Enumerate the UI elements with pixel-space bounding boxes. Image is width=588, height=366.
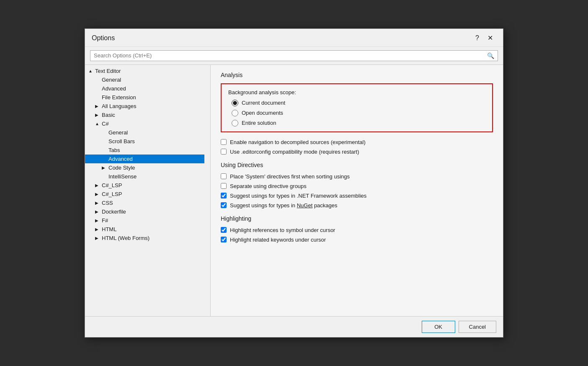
tree-label-tabs: Tabs	[108, 147, 120, 153]
tree-item-code-style[interactable]: ▶Code Style	[85, 163, 204, 172]
highlighting-checkboxes: Highlight references to symbol under cur…	[221, 227, 493, 243]
tree-item-html-webforms[interactable]: ▶HTML (Web Forms)	[85, 234, 204, 242]
footer: OK Cancel	[85, 316, 503, 337]
tree-label-text-editor: Text Editor	[95, 68, 121, 74]
tree-item-css[interactable]: ▶CSS	[85, 198, 204, 207]
checkbox-row-suggest-net: Suggest usings for types in .NET Framewo…	[221, 193, 493, 199]
tree-container: ▲Text EditorGeneralAdvancedFile Extensio…	[85, 67, 210, 242]
arrow-icon-csharp-lsp2: ▶	[95, 192, 100, 196]
radio-label-current-doc: Current document	[242, 100, 285, 106]
checkbox-row-highlight-keywords: Highlight related keywords under cursor	[221, 237, 493, 243]
cancel-button[interactable]: Cancel	[459, 321, 496, 333]
tree-label-file-extension: File Extension	[102, 94, 136, 101]
tree-label-csharp-general: General	[108, 129, 128, 136]
checkbox-label-system-first: Place 'System' directives first when sor…	[230, 173, 350, 180]
highlighting-section: Highlighting Highlight references to sym…	[221, 215, 493, 243]
tree-label-html-webforms: HTML (Web Forms)	[102, 235, 150, 241]
tree-item-html[interactable]: ▶HTML	[85, 225, 204, 234]
checkbox-row-system-first: Place 'System' directives first when sor…	[221, 173, 493, 180]
radio-open-docs[interactable]	[232, 110, 238, 116]
checkbox-label-separate-groups: Separate using directive groups	[230, 183, 307, 189]
arrow-icon-basic: ▶	[95, 113, 100, 117]
tree-label-advanced: Advanced	[108, 156, 133, 162]
checkbox-row-highlight-refs: Highlight references to symbol under cur…	[221, 227, 493, 233]
checkbox-editorconfig[interactable]	[221, 149, 227, 155]
tree-item-csharp-lsp2[interactable]: ▶C#_LSP	[85, 190, 204, 198]
checkbox-separate-groups[interactable]	[221, 183, 227, 189]
checkbox-label-highlight-keywords: Highlight related keywords under cursor	[230, 237, 326, 243]
checkbox-label-suggest-nuget: Suggest usings for types in NuGet packag…	[230, 202, 338, 209]
analysis-title: Analysis	[221, 72, 493, 78]
tree-label-basic: Basic	[102, 112, 115, 118]
arrow-icon-text-editor: ▲	[88, 69, 93, 73]
checkbox-system-first[interactable]	[221, 173, 227, 179]
tree-item-general[interactable]: General	[85, 75, 204, 84]
tree-label-css: CSS	[102, 200, 113, 206]
arrow-icon-html-webforms: ▶	[95, 236, 100, 240]
tree-label-fsharp: F#	[102, 217, 108, 224]
right-panel: Analysis Background analysis scope: Curr…	[211, 65, 503, 316]
tree-item-text-editor[interactable]: ▲Text Editor	[85, 67, 204, 75]
tree-label-csharp-lsp1: C#_LSP	[102, 182, 122, 188]
tree-label-scroll-bars: Scroll Bars	[108, 138, 135, 144]
ok-button[interactable]: OK	[422, 321, 455, 333]
tree-item-intellisense[interactable]: IntelliSense	[85, 172, 204, 181]
checkbox-row-nav-decompiled: Enable navigation to decompiled sources …	[221, 139, 493, 145]
checkbox-label-editorconfig: Use .editorconfig compatibility mode (re…	[230, 149, 359, 155]
arrow-icon-fsharp: ▶	[95, 218, 100, 223]
analysis-checkboxes: Enable navigation to decompiled sources …	[221, 139, 493, 155]
radio-row-current-doc: Current document	[232, 100, 485, 106]
radio-label-open-docs: Open documents	[242, 110, 283, 116]
radio-label-entire-solution: Entire solution	[242, 120, 276, 126]
tree-label-csharp-lsp2: C#_LSP	[102, 191, 122, 197]
tree-item-tabs[interactable]: Tabs	[85, 146, 204, 155]
search-icon: 🔍	[487, 52, 494, 59]
help-button[interactable]: ?	[472, 33, 482, 43]
options-dialog: Options ? ✕ 🔍 ▲Text EditorGeneralAdvance…	[85, 28, 503, 337]
search-input[interactable]	[94, 52, 487, 59]
tree-label-all-languages: All Languages	[102, 103, 136, 109]
arrow-icon-csharp: ▲	[95, 121, 100, 126]
tree-item-csharp-general[interactable]: General	[85, 128, 204, 137]
tree-label-dockerfile: Dockerfile	[102, 209, 126, 215]
checkbox-row-editorconfig: Use .editorconfig compatibility mode (re…	[221, 149, 493, 155]
radio-entire-solution[interactable]	[232, 120, 238, 126]
checkbox-label-highlight-refs: Highlight references to symbol under cur…	[230, 227, 335, 233]
tree-item-dockerfile[interactable]: ▶Dockerfile	[85, 207, 204, 216]
tree-item-advanced-top[interactable]: Advanced	[85, 84, 204, 93]
search-wrapper: 🔍	[90, 50, 498, 61]
using-directives-title: Using Directives	[221, 162, 493, 168]
title-actions: ? ✕	[472, 33, 496, 43]
tree-item-scroll-bars[interactable]: Scroll Bars	[85, 137, 204, 146]
arrow-icon-dockerfile: ▶	[95, 209, 100, 214]
checkbox-suggest-nuget[interactable]	[221, 202, 227, 208]
radio-row-open-docs: Open documents	[232, 110, 485, 116]
tree-item-fsharp[interactable]: ▶F#	[85, 216, 204, 225]
tree-item-csharp[interactable]: ▲C#	[85, 119, 204, 128]
tree-item-all-languages[interactable]: ▶All Languages	[85, 102, 204, 111]
highlighting-title: Highlighting	[221, 215, 493, 222]
checkbox-highlight-keywords[interactable]	[221, 237, 227, 242]
tree-item-file-extension[interactable]: File Extension	[85, 93, 204, 102]
tree-label-advanced-top: Advanced	[102, 85, 126, 92]
content-area: ▲Text EditorGeneralAdvancedFile Extensio…	[85, 65, 503, 316]
tree-label-html: HTML	[102, 226, 116, 232]
tree-item-basic[interactable]: ▶Basic	[85, 111, 204, 119]
title-bar-left: Options	[92, 34, 115, 42]
close-button[interactable]: ✕	[484, 33, 496, 43]
dialog-title: Options	[92, 34, 115, 42]
using-directives-section: Using Directives Place 'System' directiv…	[221, 162, 493, 209]
tree-item-csharp-lsp1[interactable]: ▶C#_LSP	[85, 181, 204, 190]
checkbox-nav-decompiled[interactable]	[221, 139, 227, 145]
checkbox-label-suggest-net: Suggest usings for types in .NET Framewo…	[230, 193, 366, 199]
background-scope-label: Background analysis scope:	[228, 89, 485, 95]
arrow-icon-css: ▶	[95, 201, 100, 205]
arrow-icon-html: ▶	[95, 227, 100, 232]
arrow-icon-csharp-lsp1: ▶	[95, 183, 100, 188]
tree-label-intellisense: IntelliSense	[108, 173, 137, 180]
tree-item-advanced[interactable]: Advanced	[85, 155, 204, 163]
radio-current-doc[interactable]	[232, 100, 238, 106]
left-panel: ▲Text EditorGeneralAdvancedFile Extensio…	[85, 65, 211, 316]
checkbox-highlight-refs[interactable]	[221, 227, 227, 233]
checkbox-suggest-net[interactable]	[221, 193, 227, 198]
